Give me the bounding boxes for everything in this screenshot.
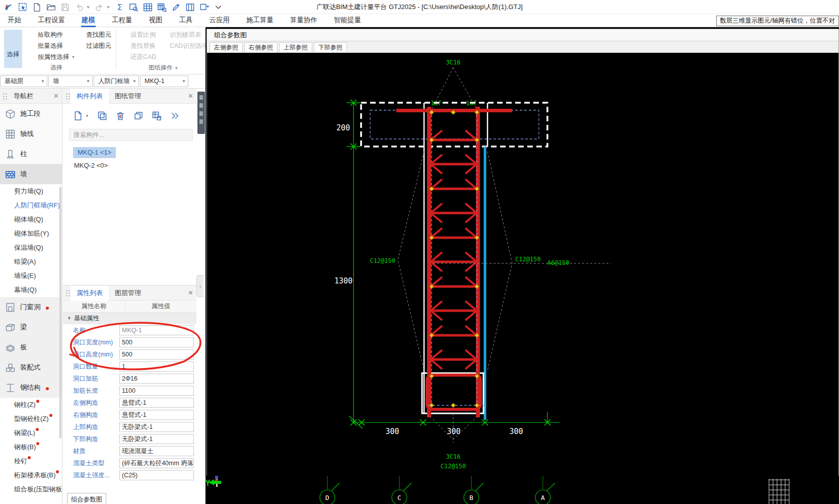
- find-element-button[interactable]: [129, 3, 138, 12]
- property-value-input[interactable]: 500: [119, 349, 194, 359]
- property-value-input[interactable]: 无卧梁式-1: [119, 434, 194, 444]
- close-icon[interactable]: ✕: [188, 285, 193, 301]
- nav-item-stud[interactable]: 栓钉: [0, 454, 62, 468]
- property-value-input[interactable]: 悬臂式-1: [119, 410, 194, 420]
- nav-item-truss-floor-deck[interactable]: 桁架楼承板(B): [0, 468, 62, 482]
- caret-down-button[interactable]: [214, 3, 223, 12]
- panel-collapse-handle[interactable]: ‹: [196, 275, 203, 297]
- open-folder-button[interactable]: [46, 3, 56, 12]
- nav-scrollbar[interactable]: [59, 187, 61, 439]
- menu-tab-2[interactable]: 建模: [80, 14, 97, 27]
- new-window-button[interactable]: [199, 3, 209, 12]
- nav-item-axis-grid[interactable]: 轴线: [0, 124, 62, 144]
- restore-cad-button[interactable]: 还原CAD: [121, 52, 156, 61]
- property-section-basic[interactable]: ▼ 基础属性: [63, 313, 196, 324]
- nav-item-curtain-wall[interactable]: 幕墙(Q): [0, 283, 62, 297]
- nav-item-construction-segment[interactable]: 施工段: [0, 104, 62, 124]
- table-search-button[interactable]: [157, 3, 167, 12]
- filter-element-button[interactable]: 过滤图元: [77, 41, 111, 50]
- undo-button[interactable]: [75, 3, 84, 12]
- nav-item-slab[interactable]: 板: [0, 337, 62, 357]
- menu-tab-3[interactable]: 工程量: [110, 14, 134, 27]
- nav-item-steel-column[interactable]: 钢柱(Z): [0, 398, 62, 412]
- nav-item-shear-wall[interactable]: 剪力墙(Q): [0, 184, 62, 198]
- category-select[interactable]: 墙▼: [48, 76, 93, 87]
- dialog-tab-1[interactable]: 右侧参照: [244, 42, 277, 52]
- nav-item-steel-beam[interactable]: 钢梁(L): [0, 426, 62, 440]
- identify-floor-table-button[interactable]: 识别楼层表: [160, 30, 201, 39]
- cad-canvas[interactable]: 3C16 1af 1af C: [207, 53, 838, 476]
- drag-handle-icon[interactable]: [65, 93, 71, 100]
- nav-item-beam[interactable]: 梁: [0, 317, 62, 337]
- copy-component-button[interactable]: [97, 111, 107, 121]
- property-value-input[interactable]: 悬臂式-1: [119, 398, 194, 408]
- menu-tab-5[interactable]: 工具: [178, 14, 194, 27]
- collapsed-panel-tab[interactable]: [197, 92, 205, 134]
- property-value-input[interactable]: (碎石最大粒径40mm 坍落...: [119, 458, 194, 468]
- nav-item-door-window-opening[interactable]: 门窗洞: [0, 297, 62, 317]
- menu-tab-8[interactable]: 算量协作: [289, 14, 319, 27]
- find-replace-button[interactable]: 查找替换: [121, 41, 156, 50]
- floor-select[interactable]: 基础层▼: [0, 76, 47, 87]
- new-file-button[interactable]: [32, 3, 42, 12]
- tab-combined-parameter-diagram[interactable]: 组合参数图: [67, 493, 106, 504]
- drag-handle-icon[interactable]: [3, 93, 8, 100]
- dialog-tab-0[interactable]: 左侧参照: [209, 42, 243, 52]
- property-value-input[interactable]: 1100: [119, 386, 194, 396]
- batch-select-button[interactable]: 批量选择: [28, 41, 63, 50]
- nav-item-masonry-reinforcement[interactable]: 砌体加筋(Y): [0, 227, 62, 241]
- property-value-input[interactable]: 无卧梁式-1: [119, 422, 194, 432]
- component-item-0[interactable]: MKQ-1 <1>: [73, 147, 116, 158]
- property-value-input[interactable]: 500: [119, 337, 194, 347]
- new-component-button[interactable]: [73, 111, 83, 121]
- app-logo-button[interactable]: [4, 3, 14, 12]
- sum-button[interactable]: Σ: [115, 3, 124, 12]
- menu-tab-1[interactable]: 工程设置: [36, 14, 66, 27]
- cad-background-strip[interactable]: Y D C B A: [205, 476, 839, 504]
- dialog-tab-3[interactable]: 下部参照: [314, 42, 347, 52]
- property-value-input[interactable]: 2Φ16: [119, 374, 194, 384]
- nav-item-column[interactable]: 柱: [0, 144, 62, 164]
- menu-tab-7[interactable]: 施工算量: [245, 14, 275, 27]
- save-component-button[interactable]: [152, 111, 162, 121]
- tab-component-list[interactable]: 构件列表: [71, 89, 109, 104]
- table-button[interactable]: [143, 3, 153, 12]
- nav-item-insulation-wall[interactable]: 保温墙(Q): [0, 241, 62, 255]
- nav-item-composite-slab[interactable]: 组合板(压型钢板: [0, 482, 62, 496]
- dialog-tab-2[interactable]: 上部参照: [279, 42, 312, 52]
- drag-handle-icon[interactable]: [65, 290, 71, 297]
- select-tool-button[interactable]: 选择: [4, 30, 22, 68]
- cad-drawing-area[interactable]: 组合参数图 左侧参照右侧参照上部参照下部参照 3C16 1af 1af: [205, 27, 839, 504]
- property-value-input[interactable]: (C25): [119, 470, 194, 480]
- dialog-title[interactable]: 组合参数图: [207, 29, 838, 41]
- select-region-button[interactable]: [18, 3, 28, 12]
- tab-layer-management[interactable]: 图层管理: [109, 285, 147, 301]
- nav-item-wall-pier[interactable]: 墙垛(E): [0, 269, 62, 283]
- tab-drawing-management[interactable]: 图纸管理: [109, 89, 147, 104]
- element-select[interactable]: MKQ-1▼: [140, 76, 188, 87]
- more-button[interactable]: [170, 111, 180, 121]
- copy-to-floors-button[interactable]: [133, 111, 144, 121]
- film-button[interactable]: [185, 3, 195, 12]
- nav-item-masonry-wall[interactable]: 砌体墙(Q): [0, 212, 62, 227]
- property-value-input[interactable]: 1: [119, 362, 194, 372]
- search-input[interactable]: 搜索构件...: [69, 129, 193, 141]
- close-icon[interactable]: ✕: [53, 89, 59, 104]
- menu-tab-0[interactable]: 开始: [6, 14, 23, 27]
- component-item-1[interactable]: MKQ-2 <0>: [73, 160, 196, 171]
- nav-item-prefabricated[interactable]: 装配式: [0, 357, 62, 378]
- find-element-button[interactable]: 查找图元: [77, 30, 111, 39]
- nav-item-steel-concrete-column[interactable]: 型钢砼柱(Z): [0, 412, 62, 426]
- tab-property-list[interactable]: 属性列表: [71, 285, 109, 301]
- menu-tab-9[interactable]: 智能提量: [332, 14, 363, 27]
- nav-item-wall[interactable]: 墙: [0, 164, 62, 184]
- delete-component-button[interactable]: [115, 111, 125, 121]
- nav-item-hidden-beam[interactable]: 暗梁(A): [0, 255, 62, 269]
- select-by-attribute-button[interactable]: 按属性选择▼: [28, 52, 75, 61]
- nav-item-steel-structure[interactable]: 钢结构: [0, 378, 62, 398]
- close-icon[interactable]: ✕: [188, 89, 193, 104]
- type-select[interactable]: 人防门框墙▼: [94, 76, 139, 87]
- pick-component-button[interactable]: 拾取构件: [28, 30, 63, 39]
- redo-button[interactable]: [95, 3, 104, 12]
- set-scale-button[interactable]: 设置比例: [121, 30, 156, 39]
